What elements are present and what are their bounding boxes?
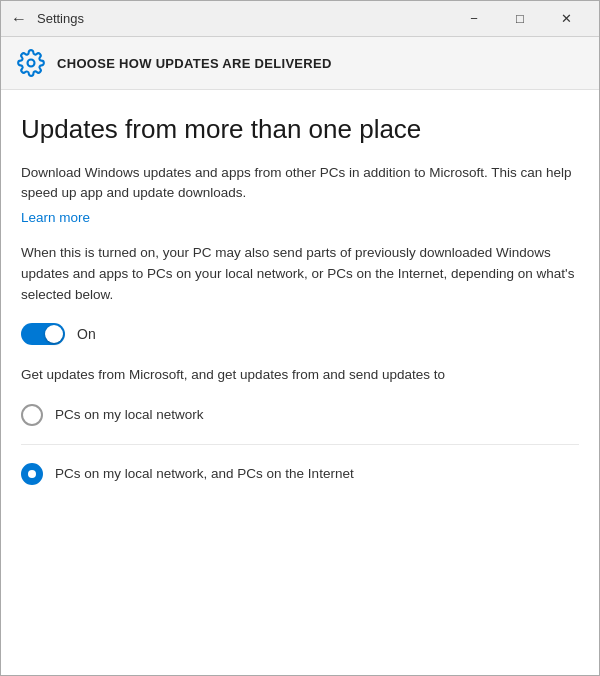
toggle-switch[interactable] [21,323,65,345]
radio-label-local: PCs on my local network [55,407,204,422]
main-content: Updates from more than one place Downloa… [1,90,599,675]
svg-point-0 [28,60,35,67]
radio-divider [21,444,579,445]
learn-more-link[interactable]: Learn more [21,210,90,225]
back-button[interactable]: ← [11,10,27,28]
radio-option-local-internet[interactable]: PCs on my local network, and PCs on the … [21,463,579,485]
window-title: Settings [37,11,451,26]
secondary-description: When this is turned on, your PC may also… [21,243,579,306]
window-controls: − □ ✕ [451,1,589,37]
description-text: Download Windows updates and apps from o… [21,163,579,204]
updates-source-text: Get updates from Microsoft, and get upda… [21,365,579,385]
minimize-button[interactable]: − [451,1,497,37]
title-bar: ← Settings − □ ✕ [1,1,599,37]
settings-header: CHOOSE HOW UPDATES ARE DELIVERED [1,37,599,90]
radio-option-local-network[interactable]: PCs on my local network [21,404,579,426]
close-button[interactable]: ✕ [543,1,589,37]
radio-circle-local [21,404,43,426]
toggle-row: On [21,323,579,345]
radio-circle-internet [21,463,43,485]
gear-icon [17,49,45,77]
maximize-button[interactable]: □ [497,1,543,37]
radio-label-internet: PCs on my local network, and PCs on the … [55,466,354,481]
header-title: CHOOSE HOW UPDATES ARE DELIVERED [57,56,332,71]
page-title: Updates from more than one place [21,114,579,145]
toggle-label: On [77,326,96,342]
